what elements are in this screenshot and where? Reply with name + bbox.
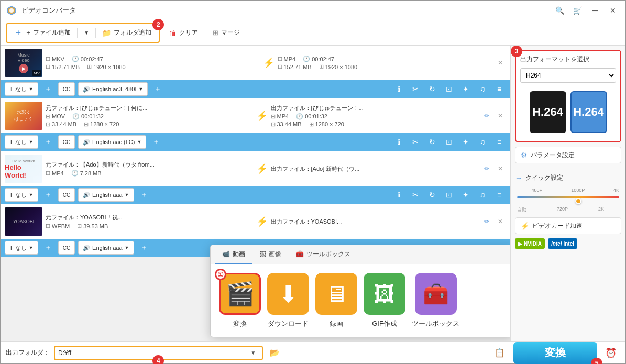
popup-item-download[interactable]: ⬇ ダウンロード	[267, 273, 309, 328]
effect-btn-3[interactable]: ✦	[459, 188, 473, 202]
file-row-1: MusicVideo ▶ MV ⊟ MKV	[1, 46, 510, 80]
copy-btn[interactable]: 📋	[490, 344, 509, 362]
audio-arrow-1: ▼	[139, 86, 144, 92]
popup-content: 🎬 変換 ① ⬇ ダウンロード �	[211, 264, 510, 337]
add-icon-4[interactable]: ＋	[41, 241, 55, 255]
add-audio-4[interactable]: ＋	[137, 241, 151, 255]
audio-edit-btn-3[interactable]: ♫	[476, 188, 489, 202]
settings-bar-1: T なし ▼ ＋ CC 🔊 English ac3, 480I ▼	[1, 80, 510, 98]
res-icon-1: ⊞	[87, 63, 92, 70]
more-btn-1[interactable]: ≡	[492, 82, 506, 96]
quick-settings-label: クイック設定	[525, 172, 563, 183]
cc-3[interactable]: CC	[58, 188, 75, 202]
edit-file-3[interactable]: ✏	[481, 163, 492, 174]
convert-button[interactable]: 変換	[513, 342, 597, 364]
audio-edit-btn-2[interactable]: ♫	[476, 135, 489, 149]
popup-item-record[interactable]: 🖥 録画	[315, 273, 357, 328]
folder-dropdown-btn[interactable]: ▼	[248, 348, 259, 358]
add-icon-1[interactable]: ＋	[41, 82, 55, 96]
edit-file-2[interactable]: ✏	[481, 110, 492, 122]
close-file-3[interactable]: ✕	[495, 163, 506, 174]
audio-1[interactable]: 🔊 English ac3, 480I ▼	[78, 82, 148, 96]
info-btn-3[interactable]: ℹ	[392, 188, 405, 202]
subtitle-none-4[interactable]: T なし ▼	[5, 241, 38, 255]
intel-badge: intel Intel	[548, 238, 577, 249]
close-file-2[interactable]: ✕	[495, 110, 506, 122]
close-file-4[interactable]: ✕	[495, 216, 506, 227]
popup-tab-video[interactable]: 📹 動画	[215, 245, 252, 264]
add-icon-2[interactable]: ＋	[41, 135, 55, 149]
divider-1	[515, 168, 621, 168]
arrow-dropdown-button[interactable]: ▼	[79, 25, 94, 41]
rotate-btn-1[interactable]: ↻	[425, 82, 439, 96]
subtitle-none-3[interactable]: T なし ▼	[5, 188, 38, 202]
quality-slider[interactable]	[517, 196, 619, 206]
file-meta-source-1b: ⊡ 152.71 MB ⊞ 1920 × 1080	[46, 63, 260, 70]
add-file-button[interactable]: ＋ ＋ ファイル追加	[9, 25, 76, 41]
more-btn-2[interactable]: ≡	[492, 135, 506, 149]
merge-button[interactable]: ⊞ マージ	[207, 25, 245, 41]
cc-4[interactable]: CC	[58, 241, 75, 255]
subtitle-none-2[interactable]: T なし ▼	[5, 135, 38, 149]
output-folder-input[interactable]	[58, 349, 246, 357]
popup-item-toolbox[interactable]: 🧰 ツールボックス	[412, 273, 459, 328]
add-folder-button[interactable]: 📁 フォルダ追加	[97, 25, 157, 41]
more-btn-3[interactable]: ≡	[492, 188, 506, 202]
slider-thumb	[575, 198, 581, 204]
add-audio-2[interactable]: ＋	[149, 135, 163, 149]
add-buttons-group: ＋ ＋ ファイル追加 ▼ 📁 フォルダ追加 2	[6, 23, 160, 43]
add-audio-1[interactable]: ＋	[151, 82, 164, 96]
output-name-4: 出力ファイル：YOASOBI...	[271, 218, 386, 226]
effect-btn-1[interactable]: ✦	[459, 82, 473, 96]
subtitle-none-1[interactable]: T なし ▼	[5, 82, 38, 96]
file-row-3: Hello World! Hello World! 元ファイル：【Ado】新時代…	[1, 151, 510, 186]
audio-label-1: English ac3, 480I	[92, 86, 136, 92]
cut-btn-2[interactable]: ✂	[409, 135, 422, 149]
file-row-4: YOASOBI 元ファイル：YOASOBI「祝... ⊟ WEBM	[1, 204, 510, 239]
format-dropdown[interactable]: H264 H265 MP4	[520, 68, 616, 83]
format-card-selected[interactable]: H.264	[570, 91, 607, 133]
crop-btn-2[interactable]: ⊡	[442, 135, 456, 149]
output-folder-label: 出力フォルダ：	[6, 348, 50, 357]
minimize-button[interactable]: ─	[588, 3, 602, 18]
crop-btn-1[interactable]: ⊡	[442, 82, 456, 96]
alarm-btn[interactable]: ⏰	[601, 344, 620, 362]
edit-file-4[interactable]: ✏	[481, 216, 492, 227]
param-icon: ⚙	[521, 151, 528, 159]
cc-2[interactable]: CC	[58, 135, 75, 149]
size-icon-1: ⊡	[46, 63, 50, 70]
add-audio-3[interactable]: ＋	[137, 188, 151, 202]
folder-open-btn[interactable]: 📂	[267, 346, 282, 360]
popup-tab-toolbox[interactable]: 🧰 ツールボックス	[289, 245, 358, 264]
crop-btn-3[interactable]: ⊡	[442, 188, 456, 202]
audio-edit-btn-1[interactable]: ♫	[476, 82, 489, 96]
popup-item-gif[interactable]: 🖼 GIF作成	[364, 273, 405, 328]
rotate-btn-3[interactable]: ↻	[425, 188, 439, 202]
cut-btn-1[interactable]: ✂	[409, 82, 422, 96]
record-label: 録画	[330, 319, 343, 328]
info-btn-2[interactable]: ℹ	[392, 135, 405, 149]
param-settings-button[interactable]: ⚙ パラメータ設定	[515, 147, 621, 163]
clear-button[interactable]: 🗑 クリア	[164, 25, 203, 41]
duration-1: 🕐 00:02:47	[72, 56, 103, 62]
audio-2[interactable]: 🔊 English aac (LC) ▼	[78, 135, 146, 149]
add-icon-3[interactable]: ＋	[41, 188, 55, 202]
close-file-1[interactable]: ✕	[495, 57, 506, 69]
audio-4[interactable]: 🔊 English aaa ▼	[78, 241, 134, 255]
close-button[interactable]: ✕	[606, 3, 620, 18]
popup-tab-image[interactable]: 🖼 画像	[252, 245, 289, 264]
rotate-btn-2[interactable]: ↻	[425, 135, 439, 149]
add-file-label: ＋ ファイル追加	[25, 28, 71, 37]
effect-btn-2[interactable]: ✦	[459, 135, 473, 149]
gpu-accel-button[interactable]: ⚡ ビデオカード加速	[515, 217, 621, 234]
cc-icon-1[interactable]: CC	[58, 82, 75, 96]
popup-item-convert[interactable]: 🎬 変換 ①	[219, 273, 261, 328]
info-btn-1[interactable]: ℹ	[392, 82, 405, 96]
search-button[interactable]: 🔍	[552, 3, 567, 18]
file-actions-4: ✏ ✕	[481, 216, 506, 227]
audio-3[interactable]: 🔊 English aaa ▼	[78, 188, 134, 202]
cut-btn-3[interactable]: ✂	[409, 188, 422, 202]
nvidia-badge: ▶ NVIDIA	[515, 238, 545, 249]
cart-button[interactable]: 🛒	[570, 3, 585, 18]
format-icon-1: ⊟	[46, 56, 50, 62]
